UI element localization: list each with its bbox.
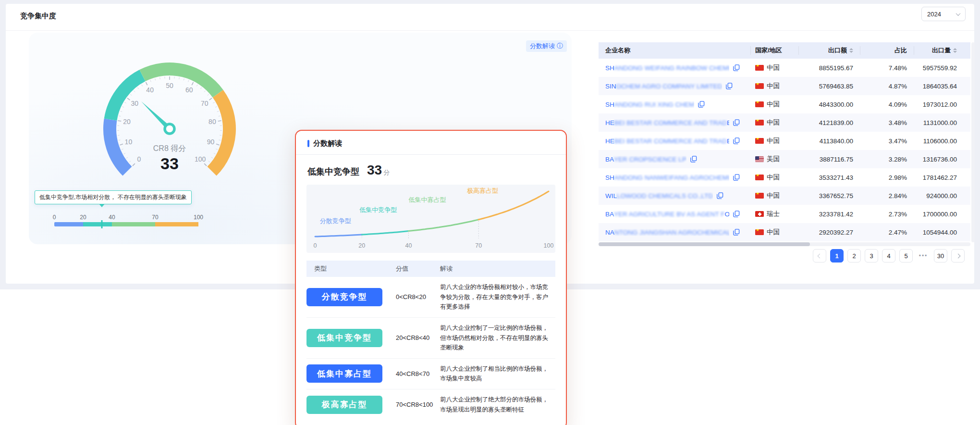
svg-text:90: 90 bbox=[207, 138, 215, 146]
flag-cn-icon bbox=[755, 138, 764, 144]
pagination: 12345•••30 bbox=[813, 249, 965, 262]
country-label: 中国 bbox=[767, 63, 780, 72]
flag-cn-icon bbox=[755, 193, 764, 199]
svg-text:30: 30 bbox=[131, 100, 138, 107]
page-button-3[interactable]: 3 bbox=[865, 249, 878, 262]
copy-icon[interactable] bbox=[733, 229, 740, 236]
page-button-2[interactable]: 2 bbox=[847, 249, 861, 262]
company-name-link[interactable]: NANTONG JIANGSHAN AGROCHEMICAL... bbox=[605, 229, 729, 236]
score-desc: 前八大企业的市场份额相对较小，市场竞争较为分散，存在大量的竞争对手，客户有更多选… bbox=[440, 282, 555, 312]
scale-tick-label: 20 bbox=[80, 214, 86, 221]
flag-cn-icon bbox=[755, 65, 764, 71]
country-label: 中国 bbox=[767, 118, 780, 127]
svg-text:100: 100 bbox=[544, 242, 554, 249]
company-name-link[interactable]: SHANDONG RUI XING CHEM bbox=[605, 101, 694, 108]
prev-page-button[interactable] bbox=[813, 249, 826, 262]
svg-text:70: 70 bbox=[475, 242, 482, 249]
year-select-value: 2024 bbox=[927, 11, 941, 18]
sort-amount-icon[interactable] bbox=[849, 48, 853, 53]
scrollbar-thumb[interactable] bbox=[599, 242, 810, 246]
score-result: 低集中竞争型 33 分 bbox=[296, 155, 566, 182]
table-vertical-scrollbar[interactable] bbox=[971, 42, 975, 242]
copy-icon[interactable] bbox=[717, 192, 723, 199]
type-button[interactable]: 低集中竞争型 bbox=[306, 329, 382, 347]
title-accent-bar bbox=[307, 140, 309, 147]
score-desc: 前八大企业控制了相当比例的市场份额，市场集中度较高 bbox=[440, 364, 555, 384]
scale-segment bbox=[112, 222, 155, 226]
col-export-qty[interactable]: 出口量 bbox=[914, 46, 964, 55]
result-unit: 分 bbox=[383, 168, 390, 177]
copy-icon[interactable] bbox=[690, 156, 697, 162]
scale-labels: 0204070100 bbox=[54, 214, 198, 220]
export-amount-cell: 3533271.43 bbox=[798, 174, 860, 181]
copy-icon[interactable] bbox=[733, 138, 740, 144]
score-type-table: 类型 分值 解读 分散竞争型0<CR8<20前八大企业的市场份额相对较小，市场竞… bbox=[306, 261, 555, 420]
export-qty-cell: 1781462.27 bbox=[914, 174, 964, 181]
page-button-30[interactable]: 30 bbox=[934, 249, 947, 262]
country-label: 瑞士 bbox=[767, 210, 780, 218]
score-marker bbox=[101, 220, 103, 228]
copy-icon[interactable] bbox=[733, 64, 740, 71]
svg-text:40: 40 bbox=[405, 242, 412, 249]
flag-cn-icon bbox=[755, 120, 764, 125]
export-qty-cell: 1973012.00 bbox=[914, 101, 964, 108]
svg-text:80: 80 bbox=[208, 118, 216, 125]
col-export-amount[interactable]: 出口额 bbox=[798, 46, 860, 55]
page-button-4[interactable]: 4 bbox=[882, 249, 895, 262]
svg-text:10: 10 bbox=[125, 138, 133, 146]
scale-segment bbox=[54, 222, 83, 226]
svg-text:20: 20 bbox=[358, 242, 365, 249]
curve-segment-label: 低集中竞争型 bbox=[359, 206, 397, 213]
page-button-1[interactable]: 1 bbox=[830, 249, 844, 262]
company-name-link[interactable]: WILLOWOOD CHEMICALS CO.,LTD bbox=[605, 192, 713, 200]
score-range: 70<CR8<100 bbox=[396, 401, 440, 408]
export-qty-cell: 1106000.00 bbox=[914, 138, 964, 145]
country-label: 美国 bbox=[767, 155, 780, 163]
curve-segment bbox=[408, 220, 478, 231]
export-amount-cell: 4113840.00 bbox=[798, 138, 860, 145]
export-amount-cell: 8855195.67 bbox=[798, 64, 860, 72]
sort-qty-icon[interactable] bbox=[953, 48, 957, 53]
chevron-down-icon bbox=[956, 11, 961, 16]
company-name-link[interactable]: HEBEI BESTAR COMMERCE AND TRADE... bbox=[605, 138, 729, 145]
export-amount-cell: 4843300.00 bbox=[798, 101, 860, 108]
company-name-link[interactable]: HEBEI BESTAR COMMERCE AND TRADE... bbox=[605, 119, 729, 126]
score-desc: 前八大企业控制了绝大部分的市场份额，市场呈现出明显的寡头垄断特征 bbox=[440, 395, 555, 414]
company-name-link[interactable]: SHANDONG WEIFANG RAINBOW CHEMI... bbox=[605, 64, 729, 72]
type-button[interactable]: 低集中寡占型 bbox=[306, 364, 382, 383]
company-name-link[interactable]: SINOCHEM AGRO COMPANY LIMITED bbox=[605, 83, 722, 90]
share-cell: 2.73% bbox=[860, 211, 914, 218]
col-country: 国家/地区 bbox=[750, 46, 798, 55]
score-explain-link[interactable]: 分数解读 ⓘ bbox=[526, 40, 567, 52]
year-select[interactable]: 2024 bbox=[921, 7, 966, 21]
export-amount-cell: 5769463.85 bbox=[798, 83, 860, 90]
company-name-link[interactable]: BAYER AGRICULTURE BV AS AGENT FO... bbox=[605, 211, 729, 218]
company-name-link[interactable]: SHANDONG NANWEIFANG AGROCHEMIC... bbox=[605, 174, 729, 181]
score-type-row: 极高寡占型70<CR8<100前八大企业控制了绝大部分的市场份额，市场呈现出明显… bbox=[306, 389, 555, 420]
export-amount-cell: 3233781.42 bbox=[798, 211, 860, 218]
table-horizontal-scrollbar[interactable] bbox=[599, 242, 970, 246]
curve-segment bbox=[478, 191, 549, 220]
copy-icon[interactable] bbox=[726, 83, 733, 89]
export-amount-cell: 3367652.75 bbox=[798, 192, 860, 200]
copy-icon[interactable] bbox=[733, 119, 740, 126]
table-row: BAYER AGRICULTURE BV AS AGENT FO...瑞士323… bbox=[599, 205, 970, 223]
share-cell: 3.48% bbox=[860, 119, 914, 126]
score-scale-bar bbox=[54, 222, 198, 226]
next-page-button[interactable] bbox=[951, 249, 965, 262]
share-cell: 4.09% bbox=[860, 101, 914, 108]
type-button[interactable]: 分散竞争型 bbox=[306, 288, 382, 306]
company-name-link[interactable]: BAYER CROPSCIENCE LP bbox=[605, 156, 686, 163]
copy-icon[interactable] bbox=[698, 101, 705, 108]
type-button[interactable]: 极高寡占型 bbox=[306, 396, 382, 414]
copy-icon[interactable] bbox=[733, 174, 740, 181]
page-button-5[interactable]: 5 bbox=[899, 249, 913, 262]
share-cell: 7.48% bbox=[860, 64, 914, 72]
country-label: 中国 bbox=[767, 82, 780, 90]
score-explain-modal: 分数解读 低集中竞争型 33 分 分散竞争型低集中竞争型低集中寡占型极高寡占型0… bbox=[295, 130, 567, 425]
page-ellipsis: ••• bbox=[917, 249, 930, 262]
export-qty-cell: 1316736.00 bbox=[914, 156, 964, 163]
curve-segment bbox=[362, 231, 408, 235]
copy-icon[interactable] bbox=[733, 211, 740, 217]
country-label: 中国 bbox=[767, 173, 780, 182]
